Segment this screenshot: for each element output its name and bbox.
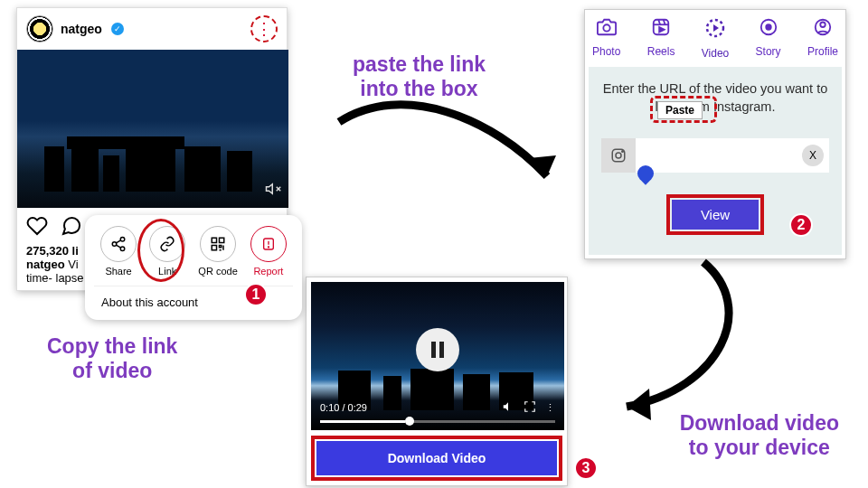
fullscreen-icon[interactable] bbox=[524, 400, 536, 415]
progress-bar[interactable] bbox=[320, 420, 555, 423]
tab-profile[interactable]: Profile bbox=[807, 17, 838, 60]
tab-story[interactable]: Story bbox=[756, 17, 781, 60]
step-badge-1: 1 bbox=[244, 283, 268, 306]
svg-rect-8 bbox=[220, 238, 224, 242]
post-header: natgeo ✓ ⋮ bbox=[17, 8, 287, 50]
svg-line-6 bbox=[117, 240, 121, 243]
svg-point-27 bbox=[622, 150, 624, 152]
arrow-2to3 bbox=[586, 253, 767, 434]
svg-point-2 bbox=[120, 238, 125, 242]
download-video-button[interactable]: Download Video bbox=[316, 441, 557, 475]
svg-marker-29 bbox=[627, 389, 651, 420]
category-tabs: Photo Reels Video Story Profile bbox=[589, 14, 842, 67]
dots-icon: ⋮ bbox=[256, 19, 272, 39]
video-controls: 0:10 / 0:29 ⋮ bbox=[311, 397, 564, 430]
report-option[interactable]: Report bbox=[250, 226, 287, 277]
pause-button[interactable] bbox=[416, 328, 459, 371]
svg-point-3 bbox=[112, 242, 117, 247]
volume-icon[interactable] bbox=[502, 400, 514, 415]
caption-step1: Copy the link of video bbox=[47, 334, 177, 383]
instagram-icon bbox=[601, 138, 636, 173]
step-badge-3: 3 bbox=[574, 456, 598, 480]
downloader-body: Enter the URL of the video you want tolo… bbox=[589, 67, 842, 255]
mute-icon[interactable] bbox=[265, 181, 281, 201]
step3-download: 0:10 / 0:29 ⋮ Download Video 3 bbox=[306, 277, 568, 486]
view-button[interactable]: View bbox=[672, 200, 759, 230]
verified-badge-icon: ✓ bbox=[111, 23, 124, 35]
like-count: 275,320 li bbox=[26, 244, 79, 258]
svg-point-12 bbox=[268, 247, 269, 248]
share-sheet: 1 Share Link QR code Report About this a… bbox=[85, 215, 302, 320]
clear-input-button[interactable]: X bbox=[802, 145, 824, 166]
link-option-highlight bbox=[137, 219, 184, 282]
share-label: Share bbox=[105, 266, 131, 277]
qr-option[interactable]: QR code bbox=[198, 226, 237, 277]
like-icon[interactable] bbox=[26, 215, 48, 240]
arrow-1to2 bbox=[321, 90, 574, 208]
svg-line-5 bbox=[117, 245, 121, 248]
url-input[interactable] bbox=[636, 138, 802, 173]
url-input-row: X bbox=[601, 138, 829, 173]
video-time: 0:10 / 0:29 bbox=[320, 402, 367, 413]
qr-label: QR code bbox=[198, 266, 237, 277]
svg-point-4 bbox=[120, 247, 125, 251]
username[interactable]: natgeo bbox=[61, 22, 102, 36]
avatar[interactable] bbox=[26, 15, 53, 42]
step2-downloader: Photo Reels Video Story Profile Enter th… bbox=[584, 9, 846, 259]
share-option[interactable]: Share bbox=[100, 226, 137, 277]
svg-rect-7 bbox=[212, 238, 216, 242]
tab-video[interactable]: Video bbox=[702, 17, 729, 60]
svg-marker-18 bbox=[659, 27, 665, 33]
reels-icon bbox=[651, 17, 671, 42]
about-label: About this account bbox=[101, 296, 198, 309]
comment-icon[interactable] bbox=[61, 215, 82, 240]
video-player[interactable]: 0:10 / 0:29 ⋮ bbox=[311, 282, 564, 430]
more-icon[interactable]: ⋮ bbox=[545, 402, 555, 414]
view-button-highlight: View bbox=[666, 194, 764, 235]
svg-rect-9 bbox=[212, 246, 216, 250]
post-image[interactable] bbox=[17, 50, 288, 208]
report-label: Report bbox=[253, 266, 283, 277]
camera-icon bbox=[597, 17, 617, 42]
profile-icon bbox=[813, 17, 833, 42]
video-icon bbox=[704, 17, 726, 43]
story-icon bbox=[759, 17, 778, 42]
svg-point-13 bbox=[603, 24, 609, 31]
svg-point-24 bbox=[820, 23, 826, 28]
more-options-button[interactable]: ⋮ bbox=[250, 15, 278, 42]
svg-point-22 bbox=[766, 24, 771, 30]
paste-tooltip[interactable]: Paste bbox=[657, 101, 703, 119]
download-button-highlight: Download Video bbox=[311, 436, 562, 481]
svg-point-26 bbox=[616, 153, 621, 158]
step-badge-2: 2 bbox=[789, 213, 813, 237]
step1-instagram-post: natgeo ✓ ⋮ 275,320 li natgeo Vi time- la… bbox=[16, 7, 288, 291]
svg-marker-20 bbox=[713, 24, 719, 32]
tab-photo[interactable]: Photo bbox=[592, 17, 620, 60]
tab-reels[interactable]: Reels bbox=[647, 17, 675, 60]
